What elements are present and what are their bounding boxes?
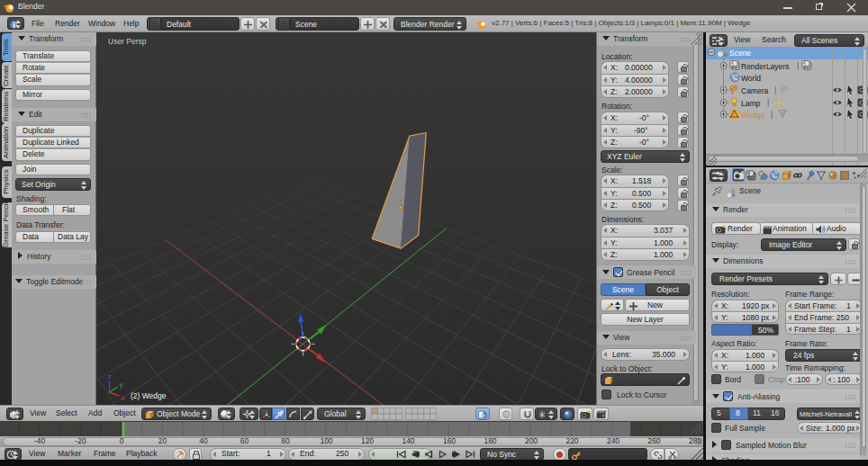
- svg-text:200: 200: [525, 436, 538, 445]
- svg-text:World: World: [741, 74, 761, 83]
- svg-text:240: 240: [607, 436, 619, 445]
- svg-text:0: 0: [120, 436, 124, 445]
- svg-text:y: y: [120, 381, 123, 389]
- svg-text:180: 180: [484, 436, 496, 445]
- svg-text:80: 80: [281, 436, 290, 445]
- svg-text:40: 40: [199, 436, 208, 445]
- svg-text:-40: -40: [34, 436, 46, 445]
- svg-text:140: 140: [402, 436, 414, 445]
- svg-text:20: 20: [158, 436, 167, 445]
- svg-text:100: 100: [320, 436, 332, 445]
- svg-text:Lamp: Lamp: [741, 99, 761, 108]
- svg-text:220: 220: [565, 436, 578, 445]
- svg-text:280: 280: [689, 436, 701, 445]
- svg-text:z: z: [108, 372, 112, 381]
- svg-text:|: |: [767, 98, 769, 107]
- svg-text:|: |: [797, 61, 799, 70]
- svg-text:|: |: [774, 85, 776, 94]
- svg-text:(2) Wedge: (2) Wedge: [131, 391, 167, 400]
- svg-text:160: 160: [443, 436, 456, 445]
- svg-text:Wedge: Wedge: [741, 111, 765, 120]
- svg-text:260: 260: [647, 436, 660, 445]
- svg-text:Camera: Camera: [741, 86, 769, 95]
- svg-text:-20: -20: [75, 436, 86, 445]
- svg-text:60: 60: [240, 436, 249, 445]
- svg-text:User Persp: User Persp: [108, 37, 147, 46]
- svg-text:|: |: [771, 110, 773, 119]
- svg-text:RenderLayers: RenderLayers: [741, 62, 789, 71]
- svg-text:120: 120: [361, 436, 374, 445]
- svg-text:x: x: [122, 394, 125, 402]
- svg-text:Scene: Scene: [729, 49, 751, 58]
